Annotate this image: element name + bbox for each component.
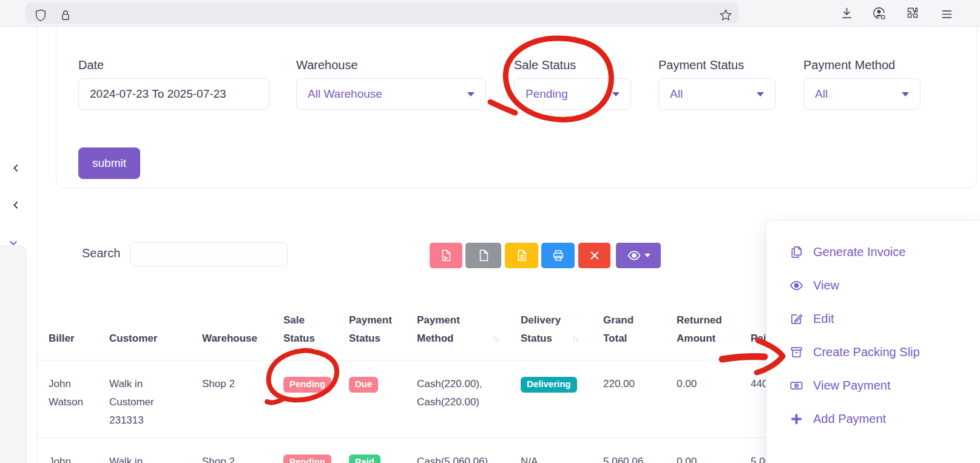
screen: Date 2024-07-23 To 2025-07-23 Warehouse … (0, 0, 980, 463)
chevron-down-icon (757, 92, 764, 96)
cell-biller: John Watson (49, 375, 109, 438)
spreadsheet-file-icon (515, 249, 529, 262)
sale-status-select-value: Pending (525, 87, 568, 101)
menu-icon[interactable] (940, 7, 954, 21)
column-header-returned-amount[interactable]: Returned Amount (677, 311, 751, 348)
sale-status-filter-label: Sale Status (514, 58, 631, 72)
cell-customer: Walk in Customer (109, 453, 202, 463)
cell-returned-amount: 0.00 (677, 453, 751, 463)
status-badge: Pending (283, 455, 331, 463)
excel-export-button[interactable] (505, 243, 538, 268)
menu-item-edit[interactable]: Edit (766, 302, 980, 336)
column-visibility-button[interactable] (616, 243, 661, 268)
search-label: Search (82, 246, 120, 260)
cell-payment-status: Due (349, 375, 417, 438)
packing-slip-icon (789, 345, 803, 359)
lock-icon[interactable] (59, 8, 72, 22)
column-header-warehouse[interactable]: Warehouse (202, 330, 283, 348)
column-header-grand-total[interactable]: Grand Total (603, 311, 677, 348)
row-actions-menu: Generate Invoice View Edit Create Packin… (766, 220, 980, 463)
account-icon[interactable] (872, 6, 886, 20)
cell-warehouse: Shop 2 (202, 375, 283, 438)
eye-icon (789, 279, 803, 292)
pdf-export-button[interactable] (430, 243, 462, 268)
chevron-left-icon[interactable] (10, 200, 21, 211)
cell-biller: John Watson (49, 453, 109, 463)
cell-payment-method: Cash(220.00), Cash(220.00) (417, 375, 521, 438)
menu-item-generate-invoice[interactable]: Generate Invoice (766, 235, 980, 269)
cell-payment-status: Paid (349, 453, 417, 463)
add-payment-icon (789, 412, 803, 426)
cell-customer: Walk in Customer 231313 (109, 375, 202, 438)
file-export-button[interactable] (465, 243, 501, 268)
sale-status-select[interactable]: Pending (514, 78, 631, 110)
column-header-customer[interactable]: Customer (109, 330, 202, 348)
search-input[interactable] (130, 242, 288, 266)
column-header-biller[interactable]: Biller (49, 330, 109, 348)
chevron-down-icon (612, 92, 620, 96)
date-range-value: 2024-07-23 To 2025-07-23 (90, 87, 226, 101)
download-icon[interactable] (840, 6, 854, 20)
date-range-input[interactable]: 2024-07-23 To 2025-07-23 (78, 78, 269, 110)
sort-icon[interactable]: ↑↓ (572, 330, 578, 348)
chevron-left-icon[interactable] (10, 163, 21, 174)
status-badge: Due (349, 377, 378, 393)
status-badge: Pending (283, 377, 331, 393)
menu-item-add-delivery[interactable]: Add Delivery (766, 451, 980, 463)
address-bar[interactable] (25, 2, 738, 24)
extensions-icon[interactable] (905, 6, 919, 20)
filter-card: Date 2024-07-23 To 2025-07-23 Warehouse … (56, 0, 977, 188)
eye-icon (627, 248, 641, 263)
payment-status-select-value: All (670, 87, 683, 101)
menu-item-view-payment[interactable]: View Payment (766, 369, 980, 402)
warehouse-select-value: All Warehouse (308, 87, 382, 101)
status-badge: Paid (349, 455, 380, 463)
shield-icon[interactable] (34, 8, 47, 22)
chevron-down-icon (902, 92, 909, 96)
cell-delivery-status: N/A (521, 453, 603, 463)
payment-status-filter-label: Payment Status (658, 58, 776, 72)
cell-grand-total: 220.00 (603, 375, 677, 438)
cell-delivery-status: Delivering (521, 375, 603, 438)
submit-button[interactable]: submit (78, 147, 140, 179)
sort-icon[interactable]: ↑↓ (493, 330, 498, 348)
column-header-delivery-status[interactable]: Delivery Status↑↓ (521, 311, 603, 348)
chevron-down-icon (467, 92, 475, 96)
menu-item-view[interactable]: View (766, 269, 980, 302)
cell-sale-status: Pending (283, 375, 349, 438)
close-icon (589, 249, 601, 262)
status-badge: Delivering (521, 377, 577, 393)
column-header-sale-status[interactable]: Sale Status (283, 311, 349, 348)
payment-method-select[interactable]: All (803, 78, 921, 110)
file-icon (477, 249, 490, 262)
sidebar-collapsed-panel[interactable] (0, 246, 27, 463)
date-filter-label: Date (78, 58, 269, 72)
warehouse-filter-label: Warehouse (296, 58, 486, 72)
generate-invoice-icon (789, 245, 803, 259)
menu-item-add-payment[interactable]: Add Payment (766, 402, 980, 436)
cell-returned-amount: 0.00 (677, 375, 751, 438)
cell-grand-total: 5,060.06 (603, 453, 677, 463)
payment-method-filter-label: Payment Method (803, 58, 921, 72)
chevron-down-icon (644, 254, 651, 257)
view-payment-icon (789, 379, 803, 393)
print-button[interactable] (541, 243, 575, 268)
bookmark-star-icon[interactable] (719, 8, 732, 22)
warehouse-select[interactable]: All Warehouse (296, 78, 486, 110)
payment-method-select-value: All (815, 87, 828, 101)
column-header-payment-status[interactable]: Payment Status (349, 311, 417, 348)
cell-payment-method: Cash(5,060.06) (417, 453, 521, 463)
browser-toolbar (0, 0, 980, 27)
printer-icon (552, 249, 565, 262)
menu-item-create-packing-slip[interactable]: Create Packing Slip (766, 336, 980, 369)
cell-warehouse: Shop 2 (202, 453, 283, 463)
pdf-file-icon (439, 249, 453, 262)
clear-button[interactable] (578, 243, 610, 268)
payment-status-select[interactable]: All (658, 78, 776, 110)
cell-sale-status: Pending (283, 453, 349, 463)
column-header-payment-method[interactable]: Payment Method↑↓ (417, 311, 521, 348)
edit-icon (789, 312, 803, 326)
sidebar-rail (0, 26, 37, 463)
